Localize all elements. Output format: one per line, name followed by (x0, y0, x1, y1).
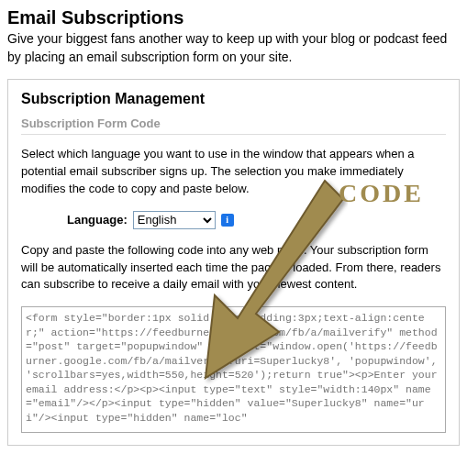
page-description: Give your biggest fans another way to ke… (7, 30, 460, 66)
language-label: Language: (67, 213, 128, 227)
intro-paragraph: Select which language you want to use in… (21, 146, 446, 198)
subscription-management-panel: Subscription Management Subscription For… (7, 79, 460, 446)
copy-instructions: Copy and paste the following code into a… (21, 242, 446, 294)
page-title: Email Subscriptions (7, 7, 460, 28)
section-title: Subscription Form Code (21, 116, 446, 135)
code-textarea[interactable] (21, 306, 446, 433)
language-row: Language: English i (21, 211, 446, 229)
language-select[interactable]: English (133, 211, 216, 229)
info-icon[interactable]: i (221, 214, 234, 227)
panel-title: Subscription Management (21, 91, 446, 107)
